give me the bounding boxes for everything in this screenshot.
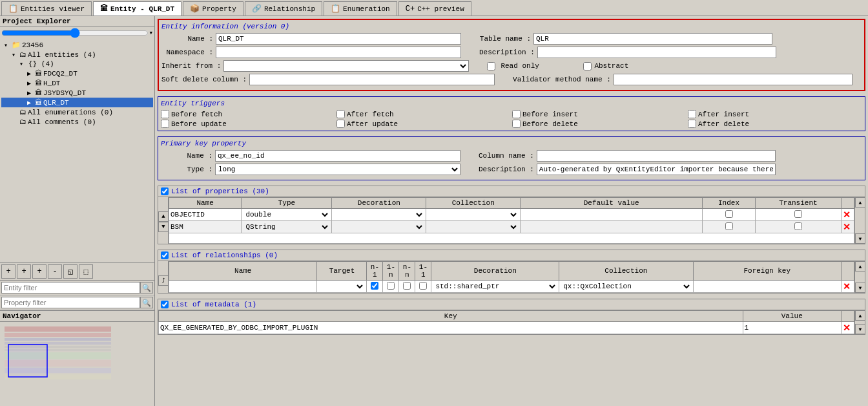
pk-type-select[interactable]: long bbox=[215, 164, 460, 175]
namespace-input[interactable] bbox=[216, 47, 461, 58]
meta-row1-delete-button[interactable]: ✕ bbox=[843, 323, 851, 333]
meta-scroll-up-button[interactable]: ▲ bbox=[855, 310, 865, 321]
prop-row1-type-select[interactable]: double bbox=[243, 210, 330, 219]
prop-row1-collection-select[interactable] bbox=[428, 210, 519, 219]
tab-entity-qlr-dt[interactable]: 🏛 Entity - QLR_DT bbox=[93, 1, 181, 16]
before-fetch-item: Before fetch bbox=[161, 110, 335, 118]
tab-relationship[interactable]: 🔗 Relationship bbox=[245, 1, 322, 16]
tree-item-fdcq2[interactable]: ▶ 🏛 FDCQ2_DT bbox=[1, 69, 153, 78]
before-delete-item: Before delete bbox=[512, 120, 687, 128]
entity-filter-input[interactable] bbox=[1, 282, 140, 294]
properties-table: Name Type Decoration Collection Default … bbox=[169, 197, 854, 244]
prop-col-index: Index bbox=[703, 198, 756, 209]
pk-type-row: Type : long Description : bbox=[161, 164, 862, 175]
tab-entities-viewer-label: Entities viewer bbox=[21, 5, 85, 13]
before-delete-checkbox[interactable] bbox=[512, 120, 521, 128]
after-fetch-checkbox[interactable] bbox=[336, 110, 345, 118]
prop-row1-transient-checkbox[interactable] bbox=[794, 210, 802, 218]
properties-checkbox[interactable] bbox=[161, 187, 169, 195]
soft-delete-input[interactable] bbox=[249, 74, 495, 85]
prop-row1-index-checkbox[interactable] bbox=[725, 210, 733, 218]
after-delete-checkbox[interactable] bbox=[688, 120, 696, 128]
tree-item-all-comments[interactable]: 🗂 All comments (0) bbox=[1, 117, 153, 127]
scroll-up-button[interactable]: ▲ bbox=[855, 197, 865, 208]
before-fetch-checkbox[interactable] bbox=[161, 110, 169, 118]
prop-row1-icon: OBJECTID bbox=[169, 209, 242, 221]
entity-filter-search-button[interactable]: 🔍 bbox=[140, 282, 153, 294]
prop-row1-default-input[interactable] bbox=[522, 211, 701, 219]
prop-row2-default-input[interactable] bbox=[522, 223, 701, 231]
tree-item-root[interactable]: ▾ 📁 23456 bbox=[1, 40, 153, 50]
properties-section: List of properties (30) ▲ ▼ Name Type bbox=[158, 186, 865, 244]
rel-scroll-down-button[interactable]: ▼ bbox=[855, 283, 865, 293]
rel-row1-decoration-select[interactable]: std::shared_ptr bbox=[433, 282, 557, 291]
prop-row2-collection-select[interactable] bbox=[428, 222, 519, 231]
prop-row1-delete-button[interactable]: ✕ bbox=[843, 209, 851, 220]
add-child-button[interactable]: + bbox=[32, 264, 46, 279]
remove-button[interactable]: - bbox=[48, 264, 62, 279]
props-down-button[interactable]: ▼ bbox=[158, 222, 169, 232]
tab-enumeration[interactable]: 📋 Enumeration bbox=[324, 1, 397, 16]
prop-row2-delete-button[interactable]: ✕ bbox=[843, 222, 851, 232]
before-delete-label: Before delete bbox=[522, 120, 578, 128]
rel-scroll-up-button[interactable]: ▲ bbox=[855, 261, 865, 272]
add-entity-button[interactable]: + bbox=[1, 264, 16, 279]
rel-row1-foreignkey-input[interactable] bbox=[695, 283, 840, 290]
validator-input[interactable] bbox=[614, 74, 852, 85]
rel-row1-delete-button[interactable]: ✕ bbox=[843, 281, 851, 292]
pk-col-name-input[interactable] bbox=[537, 150, 776, 162]
prop-row2-index-checkbox[interactable] bbox=[725, 222, 733, 230]
metadata-scrollbar: ▲ ▼ bbox=[854, 310, 865, 334]
rel-row1-name-input[interactable] bbox=[170, 283, 315, 290]
rel-row1-1n-checkbox[interactable] bbox=[387, 282, 395, 290]
paste-button[interactable]: ⬚ bbox=[79, 264, 93, 279]
scroll-arrow: ▾ bbox=[149, 28, 153, 37]
meta-scroll-down-button[interactable]: ▼ bbox=[855, 324, 865, 334]
rel-row1-n1-checkbox[interactable] bbox=[371, 282, 378, 290]
rel-row1-nn-checkbox[interactable] bbox=[403, 282, 411, 290]
table-name-input[interactable] bbox=[533, 33, 772, 45]
tree-item-brace[interactable]: ▾ {} (4) bbox=[1, 59, 153, 69]
prop-row2-type-select[interactable]: QString bbox=[243, 222, 330, 231]
after-update-checkbox[interactable] bbox=[336, 120, 345, 128]
rel-row1-11-checkbox[interactable] bbox=[419, 282, 427, 290]
prop-row2-decoration-select[interactable] bbox=[333, 222, 424, 231]
prop-row1-decoration-select[interactable] bbox=[333, 210, 424, 219]
zoom-slider[interactable] bbox=[1, 28, 149, 37]
readonly-checkbox[interactable] bbox=[487, 62, 495, 70]
relationships-checkbox[interactable] bbox=[161, 251, 169, 259]
prop-row2-transient-checkbox[interactable] bbox=[794, 222, 802, 230]
tree-item-qlr-dt[interactable]: ▶ 🏛 QLR_DT bbox=[1, 98, 153, 107]
tree-item-all-enums[interactable]: 🗂 All enumerations (0) bbox=[1, 107, 153, 117]
inherit-select[interactable] bbox=[223, 60, 469, 72]
tree-item-h-dt[interactable]: ▶ 🏛 H_DT bbox=[1, 78, 153, 88]
all-entities-icon: 🗂 bbox=[19, 50, 26, 59]
prop-col-name: Name bbox=[169, 198, 242, 209]
props-up-button[interactable]: ▲ bbox=[158, 211, 169, 222]
rel-row1-collection-select[interactable]: qx::QxCollection bbox=[561, 282, 691, 291]
property-filter-input[interactable] bbox=[1, 297, 140, 308]
pk-name-label: Name : bbox=[161, 152, 212, 160]
add-sub-button[interactable]: + bbox=[17, 264, 31, 279]
scroll-down-button[interactable]: ▼ bbox=[855, 233, 865, 244]
meta-row1-key: QX_EE_GENERATED_BY_ODBC_IMPORT_PLUGIN bbox=[159, 322, 743, 334]
before-update-checkbox[interactable] bbox=[161, 120, 169, 128]
pk-desc-input[interactable] bbox=[537, 164, 776, 175]
readonly-label: Read only bbox=[501, 62, 552, 70]
name-input[interactable] bbox=[216, 33, 461, 45]
tab-entities-viewer[interactable]: 📋 Entities viewer bbox=[1, 1, 92, 16]
tab-cpp-preview[interactable]: C+ C++ preview bbox=[398, 1, 471, 16]
property-filter-search-button[interactable]: 🔍 bbox=[140, 297, 153, 308]
tree-item-jsydsyq[interactable]: ▶ 🏛 JSYDSYQ_DT bbox=[1, 88, 153, 98]
tab-property[interactable]: 📦 Property bbox=[183, 1, 243, 16]
pk-name-input[interactable] bbox=[215, 150, 460, 162]
copy-button[interactable]: ◱ bbox=[63, 264, 78, 279]
description-input[interactable] bbox=[537, 47, 776, 58]
tree-item-all-entities[interactable]: ▾ 🗂 All entities (4) bbox=[1, 50, 153, 59]
metadata-checkbox[interactable] bbox=[161, 301, 169, 308]
before-insert-checkbox[interactable] bbox=[512, 110, 521, 118]
after-insert-checkbox[interactable] bbox=[688, 110, 696, 118]
rel-row1-target-select[interactable] bbox=[318, 282, 365, 291]
abstract-checkbox[interactable] bbox=[583, 62, 592, 70]
relationships-scrollbar: ▲ ▼ bbox=[854, 261, 865, 293]
